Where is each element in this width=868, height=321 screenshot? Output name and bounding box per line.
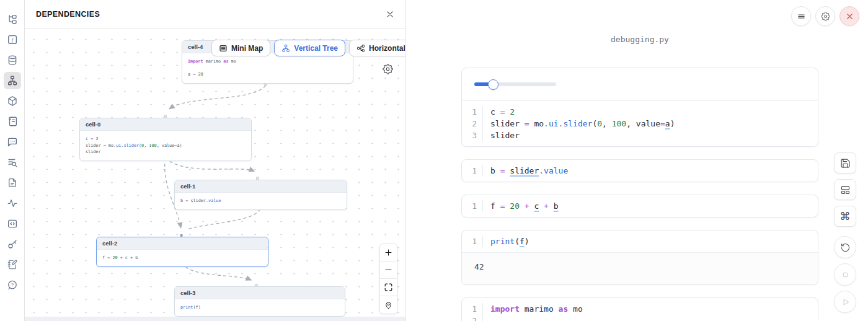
dependencies-panel: DEPENDENCIES <box>25 0 406 321</box>
sidebar-item-logs[interactable] <box>4 113 21 130</box>
notebook-area: debugging.py 123c = 2slider = mo.ui.slid… <box>406 0 868 321</box>
graph-node-cell-3[interactable]: cell-3print(f) <box>174 286 345 317</box>
graph-node-cell-2[interactable]: cell-2f = 20 + c + b <box>96 237 268 267</box>
sidebar-item-help[interactable]: ? <box>4 276 21 294</box>
sidebar-item-dependencies[interactable] <box>4 72 21 89</box>
code-lines: import marimo as mo <box>483 303 583 321</box>
cell-editor[interactable]: 1b = slider.value <box>462 160 818 182</box>
undo-button[interactable] <box>834 236 856 258</box>
node-title: cell-1 <box>175 180 347 193</box>
graph-node-cell-0[interactable]: cell-0c = 2slider = mo.ui.slider(0, 100,… <box>79 118 252 161</box>
fit-view-icon <box>384 283 393 292</box>
sidebar-item-documentation[interactable] <box>4 174 21 191</box>
run-button[interactable] <box>834 291 856 313</box>
sidebar-item-file-explorer[interactable] <box>4 11 21 28</box>
line-numbers: 1 <box>462 165 483 177</box>
graph-settings-icon[interactable] <box>383 64 393 74</box>
panel-title: DEPENDENCIES <box>36 10 100 19</box>
menu-icon <box>797 12 806 21</box>
notebook-cell: 12import marimo as mo <box>461 297 818 321</box>
zoom-out-button[interactable] <box>380 262 397 279</box>
settings-button[interactable] <box>815 6 835 26</box>
svg-text:?: ? <box>11 282 14 288</box>
node-code: f = 20 + c + b <box>97 250 268 266</box>
sidebar-item-tracebacks[interactable] <box>4 195 21 212</box>
cell-editor[interactable]: 123c = 2slider = mo.ui.slider(0, 100, va… <box>462 100 818 146</box>
marimo-app: f? DEPENDENCIES <box>0 0 868 321</box>
notebook-filename[interactable]: debugging.py <box>461 35 818 44</box>
run-icon <box>840 297 851 307</box>
sidebar-item-search-logs[interactable] <box>4 154 21 171</box>
node-title: cell-0 <box>80 118 251 131</box>
dependencies-icon <box>7 75 18 86</box>
line-numbers: 123 <box>462 106 483 141</box>
center-view-button[interactable] <box>380 296 397 314</box>
sidebar-item-chat[interactable] <box>4 133 21 151</box>
line-numbers: 1 <box>462 235 483 247</box>
sidebar-item-scratchpad[interactable] <box>4 256 21 273</box>
chat-icon <box>7 136 18 147</box>
view-button-label: Mini Map <box>231 44 263 53</box>
dependencies-header: DEPENDENCIES <box>25 0 405 29</box>
cell-editor[interactable]: 12import marimo as mo <box>462 298 818 321</box>
layout-icon <box>840 185 851 195</box>
code-lines: print(f) <box>483 235 529 247</box>
stop-button[interactable] <box>834 263 856 286</box>
slider-thumb[interactable] <box>488 79 498 90</box>
variables-icon: f <box>7 34 18 45</box>
code-lines: b = slider.value <box>483 165 568 177</box>
minimap-icon <box>219 44 228 53</box>
command-palette-button[interactable]: ⌘ <box>834 206 856 227</box>
center-view-icon <box>384 301 393 310</box>
search-logs-icon <box>7 157 18 168</box>
snippets-icon <box>7 218 18 229</box>
menu-button[interactable] <box>791 6 811 26</box>
fit-view-button[interactable] <box>380 279 397 296</box>
sidebar-item-variables[interactable]: f <box>4 31 21 48</box>
node-title: cell-2 <box>97 237 268 250</box>
view-button-label: Vertical Tree <box>294 44 338 53</box>
save-button[interactable] <box>834 152 856 174</box>
file-explorer-icon <box>7 14 18 25</box>
view-button-vertical-tree[interactable]: Vertical Tree <box>274 40 345 56</box>
close-icon[interactable] <box>386 10 394 19</box>
dependency-graph-canvas[interactable]: cell-4import marimo as mo a = 20cell-0c … <box>25 29 405 321</box>
cell-editor[interactable]: 1f = 20 + c + b <box>462 195 818 217</box>
command-palette-icon: ⌘ <box>840 211 851 222</box>
notebook-cell: 1b = slider.value <box>461 159 818 182</box>
notebook-top-buttons <box>791 6 859 26</box>
view-button-mini-map[interactable]: Mini Map <box>211 40 270 56</box>
notebook-side-buttons: ⌘ <box>834 152 856 318</box>
graph-view-toolbar: Mini MapVertical TreeHorizontal Tree <box>211 40 405 56</box>
zoom-controls <box>379 244 397 314</box>
view-button-label: Horizontal Tree <box>369 44 405 53</box>
code-lines: c = 2slider = mo.ui.slider(0, 100, value… <box>483 106 675 141</box>
svg-text:f: f <box>11 37 14 43</box>
line-numbers: 1 <box>462 200 483 212</box>
line-numbers: 12 <box>462 303 483 321</box>
notebook-cell: 123c = 2slider = mo.ui.slider(0, 100, va… <box>461 68 818 147</box>
notebook-cell: 1f = 20 + c + b <box>461 195 818 218</box>
view-button-horizontal-tree[interactable]: Horizontal Tree <box>349 40 405 56</box>
sidebar-item-secrets[interactable] <box>4 235 21 253</box>
node-title: cell-3 <box>175 287 345 299</box>
stop-icon <box>840 270 851 280</box>
node-code: b = slider.value <box>175 193 347 209</box>
logs-icon <box>7 116 18 127</box>
datasets-icon <box>7 55 18 66</box>
zoom-in-button[interactable] <box>380 244 397 262</box>
horizontal-scrollbar[interactable] <box>25 317 405 321</box>
node-code: c = 2slider = mo.ui.slider(0, 100, value… <box>80 131 251 160</box>
activity-sidebar: f? <box>0 0 25 321</box>
graph-node-cell-1[interactable]: cell-1b = slider.value <box>174 180 347 210</box>
sidebar-item-packages[interactable] <box>4 92 21 110</box>
cell-editor[interactable]: 1print(f) <box>462 231 818 252</box>
slider-widget[interactable] <box>474 79 556 90</box>
shutdown-button[interactable] <box>839 6 859 26</box>
sidebar-item-datasets[interactable] <box>4 51 21 69</box>
layout-button[interactable] <box>834 179 856 200</box>
sidebar-item-snippets[interactable] <box>4 215 21 232</box>
node-code: import marimo as mo a = 20 <box>182 53 353 83</box>
node-code: print(f) <box>175 299 345 316</box>
horizontal-tree-icon <box>356 44 365 53</box>
